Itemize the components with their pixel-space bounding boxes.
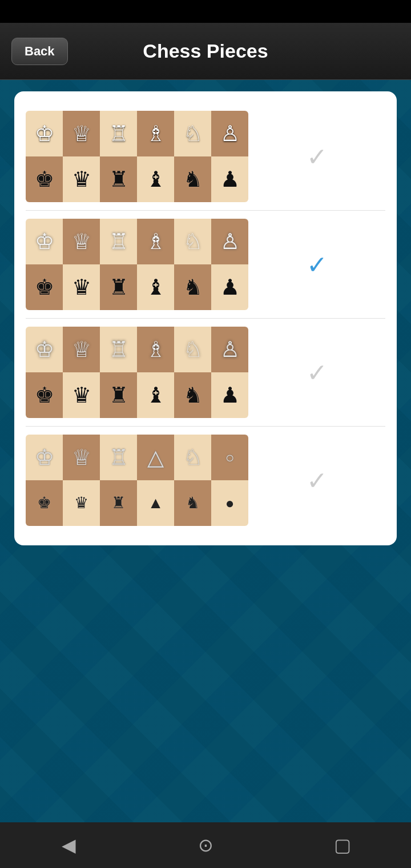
piece-br-2: ♜ — [109, 276, 128, 298]
piece-wp-2: ♙ — [220, 231, 240, 252]
checkmark-area-1: ✓ — [248, 142, 385, 171]
piece-bp-3: ♟ — [220, 384, 240, 406]
piece-set-row-4[interactable]: ♔ ♕ ♖ △ ♘ ○ ♚ ♛ ♜ ▲ ♞ ● ✓ — [26, 427, 385, 534]
bottom-nav: ◀ ⊙ ▢ — [0, 822, 411, 868]
piece-set-image-1: ♔ ♕ ♖ ♗ ♘ ♙ ♚ ♛ ♜ ♝ ♞ ♟ — [26, 111, 248, 202]
content-card: ♔ ♕ ♖ ♗ ♘ ♙ ♚ ♛ ♜ ♝ ♞ ♟ ✓ ♔ ♕ ♖ ♗ ♘ ♙ — [14, 91, 397, 545]
piece-bn-1: ♞ — [183, 168, 203, 190]
checkmark-4: ✓ — [307, 466, 328, 495]
piece-wk-4: ♔ — [35, 447, 54, 468]
checkmark-2: ✓ — [307, 250, 328, 279]
piece-wn-2: ♘ — [183, 231, 203, 252]
piece-bq-2: ♛ — [72, 276, 91, 298]
checkmark-area-2: ✓ — [248, 250, 385, 279]
piece-br-4: ♜ — [111, 495, 126, 511]
piece-set-row-3[interactable]: ♔ ♕ ♖ ♗ ♘ ♙ ♚ ♛ ♜ ♝ ♞ ♟ ✓ — [26, 319, 385, 427]
piece-bb-3: ♝ — [146, 384, 166, 406]
piece-wk-3: ♔ — [35, 339, 54, 360]
piece-bb-4: ▲ — [148, 495, 164, 511]
checkmark-area-4: ✓ — [248, 466, 385, 495]
piece-wp-3: ♙ — [220, 339, 240, 360]
checkmark-1: ✓ — [307, 142, 328, 171]
checkmark-3: ✓ — [307, 358, 328, 387]
piece-wr-3: ♖ — [109, 339, 128, 360]
piece-bk-2: ♚ — [35, 276, 54, 298]
piece-wq-3: ♕ — [72, 339, 91, 360]
piece-wb-4: △ — [147, 447, 164, 468]
piece-bp-1: ♟ — [220, 168, 240, 190]
nav-bar: Back Chess Pieces — [0, 23, 411, 80]
piece-wk-1: ♔ — [35, 123, 54, 144]
piece-wr-4: ♖ — [109, 447, 128, 468]
page-title: Chess Pieces — [143, 40, 268, 62]
piece-bn-2: ♞ — [183, 276, 203, 298]
piece-br-3: ♜ — [109, 384, 128, 406]
piece-bq-4: ♛ — [74, 495, 88, 511]
piece-bb-1: ♝ — [146, 168, 166, 190]
checkmark-area-3: ✓ — [248, 358, 385, 387]
piece-set-row-2[interactable]: ♔ ♕ ♖ ♗ ♘ ♙ ♚ ♛ ♜ ♝ ♞ ♟ ✓ — [26, 211, 385, 319]
piece-bn-3: ♞ — [183, 384, 203, 406]
back-nav-icon[interactable]: ◀ — [46, 831, 91, 859]
piece-bp-4: ● — [225, 496, 235, 511]
piece-wb-3: ♗ — [146, 339, 166, 360]
piece-wb-2: ♗ — [146, 231, 166, 252]
piece-wn-1: ♘ — [183, 123, 203, 144]
piece-bk-3: ♚ — [35, 384, 54, 406]
piece-wq-2: ♕ — [72, 231, 91, 252]
piece-bq-3: ♛ — [72, 384, 91, 406]
recents-nav-icon[interactable]: ▢ — [320, 831, 365, 859]
piece-wr-1: ♖ — [109, 123, 128, 144]
piece-set-image-3: ♔ ♕ ♖ ♗ ♘ ♙ ♚ ♛ ♜ ♝ ♞ ♟ — [26, 327, 248, 418]
status-bar — [0, 0, 411, 23]
piece-wb-1: ♗ — [146, 123, 166, 144]
piece-wr-2: ♖ — [109, 231, 128, 252]
piece-bn-4: ♞ — [186, 495, 200, 511]
piece-set-row-1[interactable]: ♔ ♕ ♖ ♗ ♘ ♙ ♚ ♛ ♜ ♝ ♞ ♟ ✓ — [26, 103, 385, 211]
piece-wq-4: ♕ — [72, 447, 91, 468]
piece-wq-1: ♕ — [72, 123, 91, 144]
piece-wk-2: ♔ — [35, 231, 54, 252]
piece-bp-2: ♟ — [220, 276, 240, 298]
piece-bk-4: ♚ — [37, 495, 51, 511]
home-nav-icon[interactable]: ⊙ — [183, 831, 228, 859]
piece-wn-4: ♘ — [183, 447, 203, 468]
piece-set-image-4: ♔ ♕ ♖ △ ♘ ○ ♚ ♛ ♜ ▲ ♞ ● — [26, 435, 248, 526]
piece-bb-2: ♝ — [146, 276, 166, 298]
piece-br-1: ♜ — [109, 168, 128, 190]
piece-bk-1: ♚ — [35, 168, 54, 190]
back-button[interactable]: Back — [11, 38, 68, 65]
piece-wp-1: ♙ — [220, 123, 240, 144]
piece-set-image-2: ♔ ♕ ♖ ♗ ♘ ♙ ♚ ♛ ♜ ♝ ♞ ♟ — [26, 219, 248, 310]
piece-wn-3: ♘ — [183, 339, 203, 360]
piece-wp-4: ○ — [225, 450, 235, 465]
piece-bq-1: ♛ — [72, 168, 91, 190]
